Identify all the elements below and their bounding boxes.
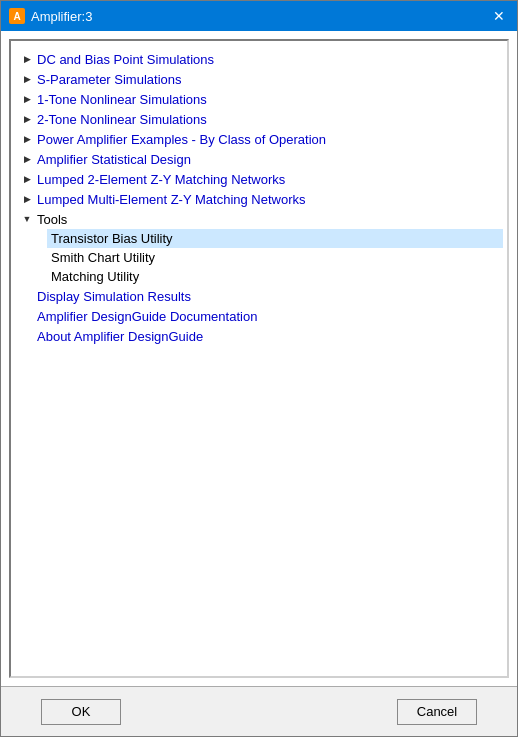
title-bar: A Amplifier:3 ✕ — [1, 1, 517, 31]
tree-label-amp-doc: Amplifier DesignGuide Documentation — [37, 309, 257, 324]
ok-button[interactable]: OK — [41, 699, 121, 725]
tree-label-display-sim: Display Simulation Results — [37, 289, 191, 304]
tree-item-dc-bias[interactable]: ▶ DC and Bias Point Simulations — [15, 49, 503, 69]
tree-item-tools[interactable]: ▼ Tools — [15, 209, 503, 229]
tree-label-amp-stat: Amplifier Statistical Design — [37, 152, 191, 167]
tree-label-matching: Matching Utility — [51, 269, 139, 284]
tree-label-2-tone: 2-Tone Nonlinear Simulations — [37, 112, 207, 127]
collapse-arrow-s-param: ▶ — [19, 71, 35, 87]
tree-item-amp-doc[interactable]: ▶ Amplifier DesignGuide Documentation — [15, 306, 503, 326]
cancel-button[interactable]: Cancel — [397, 699, 477, 725]
tree-item-lumped-multi[interactable]: ▶ Lumped Multi-Element Z-Y Matching Netw… — [15, 189, 503, 209]
tree-item-s-param[interactable]: ▶ S-Parameter Simulations — [15, 69, 503, 89]
content-spacer — [15, 346, 503, 646]
tree-item-matching[interactable]: Matching Utility — [47, 267, 503, 286]
tree-item-transistor-bias[interactable]: Transistor Bias Utility — [47, 229, 503, 248]
tree-item-amp-stat[interactable]: ▶ Amplifier Statistical Design — [15, 149, 503, 169]
tree-label-lumped-2: Lumped 2-Element Z-Y Matching Networks — [37, 172, 285, 187]
tree-label-s-param: S-Parameter Simulations — [37, 72, 182, 87]
collapse-arrow-power-amp: ▶ — [19, 131, 35, 147]
expand-arrow-tools: ▼ — [19, 211, 35, 227]
tree-label-dc-bias: DC and Bias Point Simulations — [37, 52, 214, 67]
tree-label-tools: Tools — [37, 212, 67, 227]
tree-label-1-tone: 1-Tone Nonlinear Simulations — [37, 92, 207, 107]
collapse-arrow-dc-bias: ▶ — [19, 51, 35, 67]
footer: OK Cancel — [1, 686, 517, 736]
tree-label-about-amp: About Amplifier DesignGuide — [37, 329, 203, 344]
collapse-arrow-2-tone: ▶ — [19, 111, 35, 127]
tree-label-transistor-bias: Transistor Bias Utility — [51, 231, 173, 246]
collapse-arrow-lumped-multi: ▶ — [19, 191, 35, 207]
collapse-arrow-amp-stat: ▶ — [19, 151, 35, 167]
tree-item-lumped-2[interactable]: ▶ Lumped 2-Element Z-Y Matching Networks — [15, 169, 503, 189]
tree-label-power-amp: Power Amplifier Examples - By Class of O… — [37, 132, 326, 147]
app-icon: A — [9, 8, 25, 24]
tree-label-smith-chart: Smith Chart Utility — [51, 250, 155, 265]
tree-label-lumped-multi: Lumped Multi-Element Z-Y Matching Networ… — [37, 192, 306, 207]
tree-item-about-amp[interactable]: ▶ About Amplifier DesignGuide — [15, 326, 503, 346]
tree-list: ▶ DC and Bias Point Simulations ▶ S-Para… — [9, 39, 509, 678]
main-window: A Amplifier:3 ✕ ▶ DC and Bias Point Simu… — [0, 0, 518, 737]
tree-item-2-tone[interactable]: ▶ 2-Tone Nonlinear Simulations — [15, 109, 503, 129]
close-button[interactable]: ✕ — [489, 6, 509, 26]
tree-item-smith-chart[interactable]: Smith Chart Utility — [47, 248, 503, 267]
window-title: Amplifier:3 — [31, 9, 489, 24]
tree-item-display-sim[interactable]: ▶ Display Simulation Results — [15, 286, 503, 306]
tools-children: Transistor Bias Utility Smith Chart Util… — [15, 229, 503, 286]
tree-item-power-amp[interactable]: ▶ Power Amplifier Examples - By Class of… — [15, 129, 503, 149]
collapse-arrow-lumped-2: ▶ — [19, 171, 35, 187]
collapse-arrow-1-tone: ▶ — [19, 91, 35, 107]
app-icon-label: A — [13, 11, 20, 22]
tree-item-1-tone[interactable]: ▶ 1-Tone Nonlinear Simulations — [15, 89, 503, 109]
